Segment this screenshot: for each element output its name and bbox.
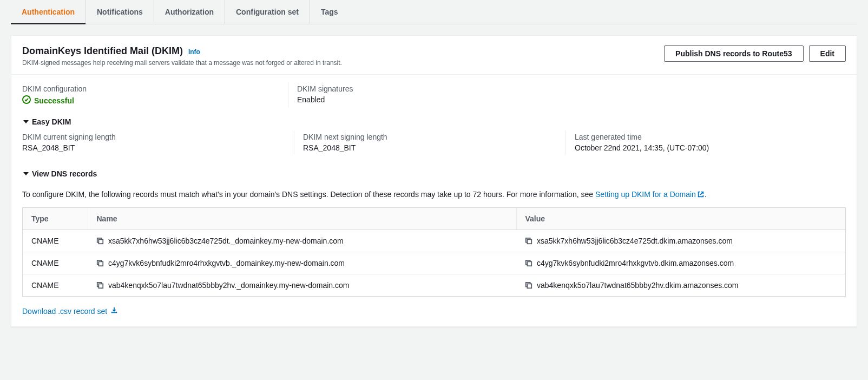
publish-dns-button[interactable]: Publish DNS records to Route53 [664,45,803,62]
col-value: Value [516,208,845,230]
tab-authentication[interactable]: Authentication [11,0,86,24]
easy-dkim-heading: Easy DKIM [32,117,71,126]
edit-button[interactable]: Edit [809,45,846,62]
copy-icon[interactable] [96,237,104,245]
copy-icon[interactable] [96,281,104,289]
panel-subtitle: DKIM-signed messages help receiving mail… [22,59,342,67]
cell-value: vab4kenqxk5o7lau7twdnat65bbby2hv.dkim.am… [537,281,739,290]
copy-icon[interactable] [96,259,104,267]
view-dns-expander[interactable]: View DNS records [23,169,97,178]
cell-type: CNAME [23,230,88,252]
info-link[interactable]: Info [188,48,200,56]
easy-dkim-expander[interactable]: Easy DKIM [23,117,71,126]
copy-icon[interactable] [525,259,532,267]
cell-type: CNAME [23,274,88,297]
view-dns-heading: View DNS records [32,169,97,178]
download-csv-link[interactable]: Download .csv record set [22,306,118,316]
svg-rect-5 [98,284,103,288]
next-signing-length-label: DKIM next signing length [303,133,574,141]
svg-rect-3 [98,261,103,266]
external-link-icon [697,191,705,198]
download-icon [110,306,118,316]
caret-down-icon [23,169,29,178]
cell-value: xsa5kk7xh6hw53jj6lic6b3cz4e725dt.dkim.am… [537,237,733,245]
dkim-sig-value: Enabled [297,95,571,104]
current-signing-length-value: RSA_2048_BIT [22,143,303,152]
cell-name: c4yg7kvk6sybnfudki2mro4rhxkgvtvb._domain… [108,259,345,267]
tab-authorization[interactable]: Authorization [154,0,225,24]
dns-description: To configure DKIM, the following records… [22,190,846,199]
setup-dkim-link[interactable]: Setting up DKIM for a Domain [595,190,705,199]
dkim-config-label: DKIM configuration [22,84,297,93]
svg-rect-6 [527,284,531,288]
tab-notifications[interactable]: Notifications [86,0,154,24]
copy-icon[interactable] [525,281,532,289]
current-signing-length-label: DKIM current signing length [22,133,303,141]
last-generated-time-value: October 22nd 2021, 14:35, (UTC-07:00) [575,143,846,152]
dns-records-table: Type Name Value CNAMExsa5kk7xh6hw53jj6li… [23,208,845,296]
dkim-sig-label: DKIM signatures [297,84,571,93]
table-row: CNAMEc4yg7kvk6sybnfudki2mro4rhxkgvtvb._d… [23,252,845,274]
cell-value: c4yg7kvk6sybnfudki2mro4rhxkgvtvb.dkim.am… [537,259,734,267]
table-row: CNAMExsa5kk7xh6hw53jj6lic6b3cz4e725dt._d… [23,230,845,252]
col-name: Name [88,208,516,230]
table-row: CNAMEvab4kenqxk5o7lau7twdnat65bbby2hv._d… [23,274,845,297]
copy-icon[interactable] [525,237,532,245]
cell-name: vab4kenqxk5o7lau7twdnat65bbby2hv._domain… [108,281,349,290]
caret-down-icon [23,117,29,126]
cell-name: xsa5kk7xh6hw53jj6lic6b3cz4e725dt._domain… [108,237,344,245]
svg-rect-2 [527,239,531,244]
cell-type: CNAME [23,252,88,274]
tab-tags[interactable]: Tags [310,0,349,24]
col-type: Type [23,208,88,230]
svg-rect-4 [527,261,531,266]
panel-title: DomainKeys Identified Mail (DKIM) [22,45,183,56]
success-check-icon [22,95,31,106]
dkim-config-value: Successful [22,95,74,106]
dkim-panel: DomainKeys Identified Mail (DKIM) Info D… [11,35,857,327]
tab-configuration-set[interactable]: Configuration set [225,0,310,24]
svg-rect-1 [98,239,103,244]
next-signing-length-value: RSA_2048_BIT [303,143,574,152]
last-generated-time-label: Last generated time [575,133,846,141]
tabs-bar: Authentication Notifications Authorizati… [11,0,857,24]
